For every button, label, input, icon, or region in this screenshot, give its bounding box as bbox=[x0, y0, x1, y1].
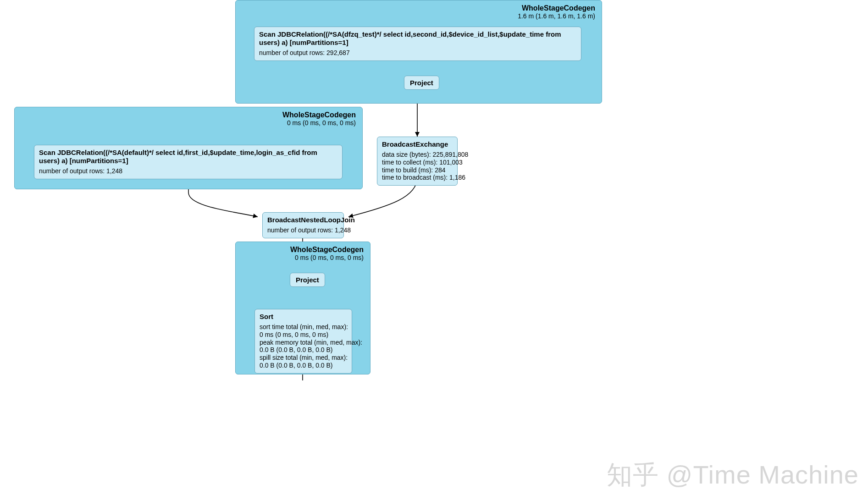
node-sort-title: Sort bbox=[260, 313, 347, 321]
node-scan-left-title: Scan JDBCRelation((/*SA(default)*/ selec… bbox=[39, 148, 337, 165]
node-broadcast-exchange-title: BroadcastExchange bbox=[382, 140, 453, 148]
node-sort-line-0: sort time total (min, med, max): bbox=[260, 323, 347, 331]
stage-header-top: WholeStageCodegen 1.6 m (1.6 m, 1.6 m, 1… bbox=[518, 4, 595, 20]
node-project-bottom[interactable]: Project bbox=[290, 273, 325, 287]
node-scan-left-metric: number of output rows: 1,248 bbox=[39, 167, 337, 175]
node-sort[interactable]: Sort sort time total (min, med, max): 0 … bbox=[254, 309, 352, 374]
stage-title-left: WholeStageCodegen bbox=[282, 111, 356, 119]
node-bnl-join-title: BroadcastNestedLoopJoin bbox=[267, 216, 339, 224]
watermark-text: 知乎 @Time Machine bbox=[607, 458, 859, 493]
node-sort-line-1: 0 ms (0 ms, 0 ms, 0 ms) bbox=[260, 331, 347, 339]
stage-subtitle-left: 0 ms (0 ms, 0 ms, 0 ms) bbox=[282, 119, 356, 126]
node-bnl-join-metric: number of output rows: 1,248 bbox=[267, 226, 339, 234]
node-broadcast-exchange-line-3: time to broadcast (ms): 1,186 bbox=[382, 174, 453, 182]
stage-subtitle-top: 1.6 m (1.6 m, 1.6 m, 1.6 m) bbox=[518, 12, 595, 20]
node-broadcast-exchange[interactable]: BroadcastExchange data size (bytes): 225… bbox=[377, 137, 458, 186]
node-sort-line-5: 0.0 B (0.0 B, 0.0 B, 0.0 B) bbox=[260, 362, 347, 369]
stage-title-bottom: WholeStageCodegen bbox=[290, 246, 364, 254]
node-scan-left[interactable]: Scan JDBCRelation((/*SA(default)*/ selec… bbox=[34, 145, 343, 179]
node-sort-line-2: peak memory total (min, med, max): bbox=[260, 339, 347, 346]
node-scan-top[interactable]: Scan JDBCRelation((/*SA(dfzq_test)*/ sel… bbox=[254, 27, 581, 61]
stage-title-top: WholeStageCodegen bbox=[518, 4, 595, 12]
node-scan-top-title: Scan JDBCRelation((/*SA(dfzq_test)*/ sel… bbox=[259, 30, 576, 47]
node-project-top[interactable]: Project bbox=[404, 76, 439, 90]
node-project-top-label: Project bbox=[410, 79, 433, 87]
node-broadcast-exchange-line-2: time to build (ms): 284 bbox=[382, 166, 453, 174]
stage-subtitle-bottom: 0 ms (0 ms, 0 ms, 0 ms) bbox=[290, 254, 364, 261]
node-project-bottom-label: Project bbox=[296, 276, 319, 284]
node-broadcast-exchange-line-1: time to collect (ms): 101,003 bbox=[382, 159, 453, 166]
node-bnl-join[interactable]: BroadcastNestedLoopJoin number of output… bbox=[262, 212, 344, 238]
stage-header-bottom: WholeStageCodegen 0 ms (0 ms, 0 ms, 0 ms… bbox=[290, 246, 364, 261]
node-sort-line-4: spill size total (min, med, max): bbox=[260, 354, 347, 362]
node-sort-line-3: 0.0 B (0.0 B, 0.0 B, 0.0 B) bbox=[260, 346, 347, 354]
node-broadcast-exchange-line-0: data size (bytes): 225,891,808 bbox=[382, 151, 453, 159]
stage-header-left: WholeStageCodegen 0 ms (0 ms, 0 ms, 0 ms… bbox=[282, 111, 356, 126]
node-scan-top-metric: number of output rows: 292,687 bbox=[259, 49, 576, 57]
